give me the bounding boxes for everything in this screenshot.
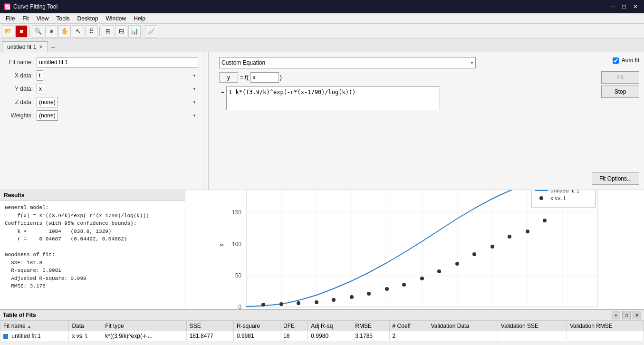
table-close-btn[interactable]: ✕ xyxy=(633,311,641,319)
data-point xyxy=(455,262,459,266)
col-dfe[interactable]: DFE xyxy=(280,321,308,331)
cell-fit-type: k*((3.9/k)^exp(-r-... xyxy=(102,331,186,341)
cell-rmse: 3.1785 xyxy=(352,331,389,341)
cell-sse: 181.8477 xyxy=(186,331,233,341)
cell-val-data xyxy=(428,331,498,341)
menu-help[interactable]: Help xyxy=(130,14,149,23)
data-point xyxy=(420,277,424,280)
svg-text:0: 0 xyxy=(238,304,241,310)
minimize-button[interactable]: ─ xyxy=(608,2,617,11)
menu-desktop[interactable]: Desktop xyxy=(74,14,102,23)
col-rmse[interactable]: RMSE xyxy=(352,321,389,331)
menu-tools[interactable]: Tools xyxy=(52,14,73,23)
table-section: Table of Fits + □ ✕ Fit name ▲ Data Fit … xyxy=(0,309,644,345)
data-point xyxy=(332,298,336,302)
table-scroll-container[interactable]: Fit name ▲ Data Fit type SSE R-square DF… xyxy=(0,321,644,341)
data-point xyxy=(315,300,318,304)
col-ncoeff[interactable]: # Coeff xyxy=(389,321,428,331)
ydata-row: Y data: x xyxy=(6,84,198,94)
col-val-data[interactable]: Validation Data xyxy=(428,321,498,331)
results-content: General model: f(x) = k*((3.9/k)^exp(-r*… xyxy=(0,201,185,309)
cell-dfe: 18 xyxy=(280,331,308,341)
fit-stop-buttons: Fit Stop xyxy=(601,71,639,98)
toolbar-chart[interactable]: 📊 xyxy=(128,25,141,38)
eq-formula-input[interactable]: 1 k*((3.9/k)^exp(-r*(x-1790)/log(k))) xyxy=(226,86,440,110)
data-point xyxy=(297,301,300,305)
col-fit-name[interactable]: Fit name ▲ xyxy=(0,321,69,331)
table-add-btn[interactable]: + xyxy=(612,311,620,319)
toolbar-open[interactable]: 📂 xyxy=(2,25,14,38)
tab-add-button[interactable]: + xyxy=(48,42,58,52)
data-point xyxy=(437,269,441,273)
data-point xyxy=(261,303,265,307)
col-adj-rsq[interactable]: Adj R-sq xyxy=(308,321,352,331)
col-data[interactable]: Data xyxy=(69,321,102,331)
toolbar-line-chart[interactable]: 📈 xyxy=(145,25,157,38)
equation-type-select[interactable]: Custom Equation xyxy=(219,57,476,68)
fit-options-button[interactable]: Fit Options... xyxy=(592,172,639,185)
eq-x-input[interactable] xyxy=(250,72,279,83)
cell-ncoeff: 2 xyxy=(389,331,428,341)
data-point xyxy=(472,252,476,256)
eq-fx-row: y = f( ) xyxy=(219,72,637,83)
col-val-rmse[interactable]: Validation RMSE xyxy=(567,321,644,331)
menubar: File Fit View Tools Desktop Window Help xyxy=(0,13,644,24)
menu-file[interactable]: File xyxy=(2,14,19,23)
maximize-button[interactable]: □ xyxy=(619,2,629,11)
zdata-select-wrapper: (none) xyxy=(37,97,198,107)
table-restore-btn[interactable]: □ xyxy=(622,311,631,319)
weights-select[interactable]: (none) xyxy=(37,110,58,121)
col-sse[interactable]: SSE xyxy=(186,321,233,331)
menu-fit[interactable]: Fit xyxy=(19,14,32,23)
xdata-select[interactable]: t xyxy=(37,70,43,81)
toolbar-sep-1 xyxy=(29,27,30,36)
weights-label: Weights: xyxy=(6,112,37,119)
titlebar-controls[interactable]: ─ □ ✕ xyxy=(608,2,640,11)
xdata-row: X data: t xyxy=(6,70,198,81)
stop-button[interactable]: Stop xyxy=(601,86,639,98)
autofit-checkbox[interactable] xyxy=(613,58,619,64)
cell-data: x vs. t xyxy=(69,331,102,341)
divider-config-eq xyxy=(208,52,209,190)
svg-text:150: 150 xyxy=(231,209,241,216)
ydata-select-wrapper: x xyxy=(37,84,198,94)
toolbar-zoom-out[interactable]: ⊕ xyxy=(45,25,58,38)
ydata-select[interactable]: x xyxy=(37,84,44,94)
results-panel: Results General model: f(x) = k*((3.9/k)… xyxy=(0,190,185,309)
toolbar-color[interactable]: ■ xyxy=(15,25,28,38)
middle-section: Results General model: f(x) = k*((3.9/k)… xyxy=(0,190,644,309)
data-point xyxy=(543,219,547,222)
col-fit-type[interactable]: Fit type xyxy=(102,321,186,331)
tab-close-button[interactable]: ✕ xyxy=(39,44,43,49)
toolbar-cursor[interactable]: ↖ xyxy=(72,25,84,38)
table-controls: + □ ✕ xyxy=(612,311,641,319)
zdata-select[interactable]: (none) xyxy=(37,97,58,107)
autofit-label[interactable]: Auto fit xyxy=(622,57,639,64)
toolbar-dots[interactable]: ⠿ xyxy=(85,25,97,38)
fit-button[interactable]: Fit xyxy=(601,71,639,84)
fitname-input[interactable] xyxy=(37,57,198,67)
fitname-label: Fit name: xyxy=(6,59,37,66)
tab-untitled-fit-1[interactable]: untitled fit 1 ✕ xyxy=(2,41,48,52)
toolbar-sep-3 xyxy=(143,27,143,36)
table-row[interactable]: untitled fit 1 x vs. t k*((3.9/k)^exp(-r… xyxy=(0,331,644,341)
col-rsquare[interactable]: R-square xyxy=(233,321,280,331)
toolbar-zoom-in[interactable]: 🔍 xyxy=(32,25,44,38)
close-button[interactable]: ✕ xyxy=(631,2,640,11)
menu-window[interactable]: Window xyxy=(102,14,130,23)
svg-point-38 xyxy=(539,196,543,200)
fits-table: Fit name ▲ Data Fit type SSE R-square DF… xyxy=(0,321,644,341)
svg-text:100: 100 xyxy=(231,241,241,248)
data-point xyxy=(490,245,494,249)
toolbar-hand[interactable]: ✋ xyxy=(58,25,71,38)
titlebar: 📈 Curve Fitting Tool ─ □ ✕ xyxy=(0,0,644,13)
toolbar-grid1[interactable]: ⊞ xyxy=(102,25,114,38)
xdata-select-wrapper: t xyxy=(37,70,198,81)
eq-type-row: Custom Equation xyxy=(219,57,637,68)
svg-text:50: 50 xyxy=(235,272,241,279)
toolbar-grid2[interactable]: ⊟ xyxy=(115,25,127,38)
col-val-sse[interactable]: Validation SSE xyxy=(498,321,567,331)
menu-view[interactable]: View xyxy=(33,14,53,23)
config-panel: Fit name: X data: t Y data: x xyxy=(0,52,204,190)
data-point xyxy=(508,235,511,239)
